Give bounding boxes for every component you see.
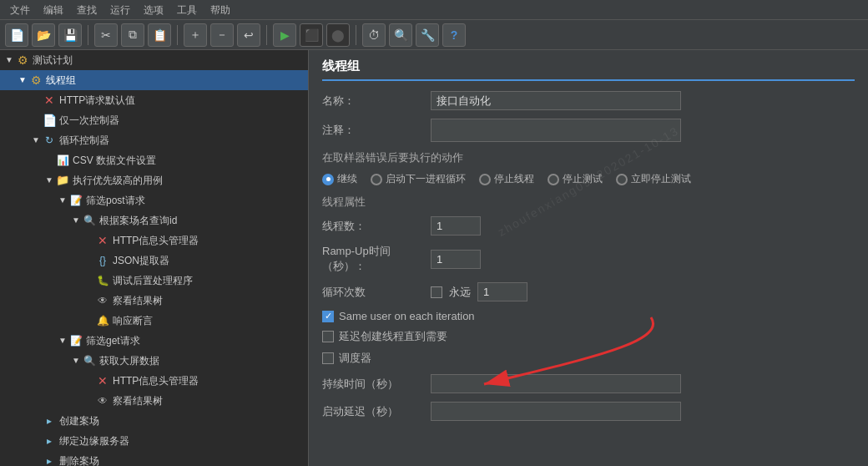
tree-icon: 👁 [95, 293, 110, 308]
tree-item-8[interactable]: ▼📝筛选post请求 [0, 190, 308, 210]
tree-item-10[interactable]: ✕HTTP信息头管理器 [0, 230, 308, 251]
tree-label: 获取大屏数据 [99, 352, 159, 369]
radio-stop-now[interactable]: 立即停止测试 [616, 172, 691, 186]
tree-icon: ⚙ [28, 73, 43, 88]
tree-item-9[interactable]: ▼🔍根据案场名查询id [0, 210, 308, 230]
menu-run[interactable]: 运行 [103, 0, 137, 20]
delay-create-checkbox[interactable] [322, 331, 334, 342]
tree-arrow[interactable]: ▼ [57, 192, 68, 209]
same-user-label: Same user on each iteration [339, 310, 475, 322]
radio-stop-test[interactable]: 停止测试 [548, 172, 603, 186]
copy-button[interactable]: ⧉ [121, 23, 144, 47]
startup-delay-input[interactable] [431, 402, 681, 421]
tree-item-2[interactable]: ▼⚙线程组 [0, 70, 308, 90]
menu-find[interactable]: 查找 [70, 0, 103, 20]
loop-count-input[interactable] [477, 282, 527, 301]
comment-input[interactable] [431, 119, 681, 142]
tree-item-12[interactable]: 🐛调试后置处理程序 [0, 271, 308, 291]
rampup-row: Ramp-Up时间（秒）： [322, 244, 855, 274]
menu-tools[interactable]: 工具 [170, 0, 204, 20]
tree-arrow[interactable]: ▼ [30, 132, 42, 149]
toolbar: 📄 📂 💾 ✂ ⧉ 📋 ＋ － ↩ ▶ ⬛ ⬤ ⏱ 🔍 🔧 ? [0, 20, 868, 50]
tree-item-14[interactable]: 🔔响应断言 [0, 311, 308, 331]
tree-item-13[interactable]: 👁察看结果树 [0, 291, 308, 311]
scheduler-label: 调度器 [339, 351, 371, 366]
tree-item-1[interactable]: ▼⚙测试计划 [0, 50, 308, 70]
tree-item-3[interactable]: ✕HTTP请求默认值 [0, 90, 308, 110]
tree-item-17[interactable]: ✕HTTP信息头管理器 [0, 371, 308, 391]
tree-item-11[interactable]: {}JSON提取器 [0, 251, 308, 271]
add-button[interactable]: ＋ [184, 23, 207, 47]
tree-item-5[interactable]: ▼↻循环控制器 [0, 130, 308, 150]
paste-button[interactable]: 📋 [148, 23, 171, 47]
tree-arrow[interactable]: ▼ [3, 52, 15, 68]
tree-item-16[interactable]: ▼🔍获取大屏数据 [0, 351, 308, 371]
rampup-input[interactable] [431, 250, 481, 269]
tree-label: 循环控制器 [59, 132, 109, 149]
menu-help[interactable]: 帮助 [204, 0, 237, 20]
cut-button[interactable]: ✂ [94, 23, 118, 47]
tree-label: 筛选post请求 [86, 192, 145, 209]
tree-icon: ▸ [42, 453, 57, 466]
duration-input[interactable] [431, 374, 681, 393]
timer-button[interactable]: ⏱ [362, 23, 386, 47]
same-user-row[interactable]: Same user on each iteration [322, 310, 855, 322]
name-input[interactable] [431, 91, 681, 110]
radio-continue-circle [322, 174, 334, 185]
tree-item-4[interactable]: 📄仅一次控制器 [0, 110, 308, 130]
tree-label: 执行优先级高的用例 [73, 172, 163, 189]
new-button[interactable]: 📄 [5, 23, 28, 47]
tree-item-15[interactable]: ▼📝筛选get请求 [0, 331, 308, 351]
forever-checkbox[interactable] [431, 286, 442, 298]
radio-stop-test-circle [548, 174, 559, 185]
save-button[interactable]: 💾 [58, 23, 82, 47]
remove-button[interactable]: － [210, 23, 234, 47]
start-button[interactable]: ▶ [273, 23, 296, 47]
undo-button[interactable]: ↩ [237, 23, 260, 47]
help-button[interactable]: ? [442, 23, 466, 47]
tree-label: 根据案场名查询id [99, 212, 177, 229]
tree-icon: ✕ [95, 373, 110, 388]
menubar: 文件 编辑 查找 运行 选项 工具 帮助 [0, 0, 868, 20]
tree-arrow[interactable]: ▼ [17, 72, 28, 89]
loop-label: 循环次数 [322, 285, 431, 300]
tree-item-21[interactable]: ▸删除案场 [0, 451, 308, 466]
error-section: 在取样器错误后要执行的动作 继续 启动下一进程循环 停止线程 停止测试 [322, 150, 855, 186]
tree-item-7[interactable]: ▼📁执行优先级高的用例 [0, 170, 308, 190]
radio-stop-now-label: 立即停止测试 [631, 172, 691, 186]
radio-next-loop[interactable]: 启动下一进程循环 [371, 172, 466, 186]
record-button[interactable]: ⬤ [326, 23, 350, 47]
forever-group: 永远 [431, 282, 527, 301]
tree-arrow[interactable]: ▼ [70, 212, 82, 229]
open-button[interactable]: 📂 [32, 23, 55, 47]
tree-icon: 📄 [42, 113, 57, 128]
menu-options[interactable]: 选项 [137, 0, 170, 20]
radio-next-loop-label: 启动下一进程循环 [386, 172, 466, 186]
tree-item-19[interactable]: ▸创建案场 [0, 411, 308, 431]
radio-continue[interactable]: 继续 [322, 172, 357, 186]
menu-edit[interactable]: 编辑 [37, 0, 70, 20]
analyze-button[interactable]: 🔍 [389, 23, 412, 47]
thread-count-input[interactable] [431, 216, 481, 236]
menu-file[interactable]: 文件 [3, 0, 37, 20]
tree-arrow[interactable]: ▼ [57, 332, 68, 349]
tree-label: HTTP信息头管理器 [113, 372, 199, 389]
tree-label: 线程组 [46, 72, 76, 89]
scheduler-checkbox[interactable] [322, 352, 334, 364]
radio-stop-thread[interactable]: 停止线程 [479, 172, 534, 186]
tree-label: CSV 数据文件设置 [73, 152, 156, 169]
name-label: 名称： [322, 94, 431, 109]
scheduler-row[interactable]: 调度器 [322, 351, 855, 366]
delay-create-label: 延迟创建线程直到需要 [339, 329, 447, 344]
tree-item-6[interactable]: 📊CSV 数据文件设置 [0, 150, 308, 170]
radio-stop-test-label: 停止测试 [563, 172, 603, 186]
stop-button[interactable]: ⬛ [300, 23, 323, 47]
same-user-checkbox[interactable] [322, 311, 334, 322]
tree-arrow[interactable]: ▼ [70, 352, 82, 369]
remote-button[interactable]: 🔧 [416, 23, 439, 47]
tree-arrow[interactable]: ▼ [43, 172, 55, 189]
tree-item-18[interactable]: 👁察看结果树 [0, 391, 308, 411]
delay-create-row[interactable]: 延迟创建线程直到需要 [322, 329, 855, 344]
tree-item-20[interactable]: ▸绑定边缘服务器 [0, 431, 308, 451]
sep2 [177, 25, 178, 45]
